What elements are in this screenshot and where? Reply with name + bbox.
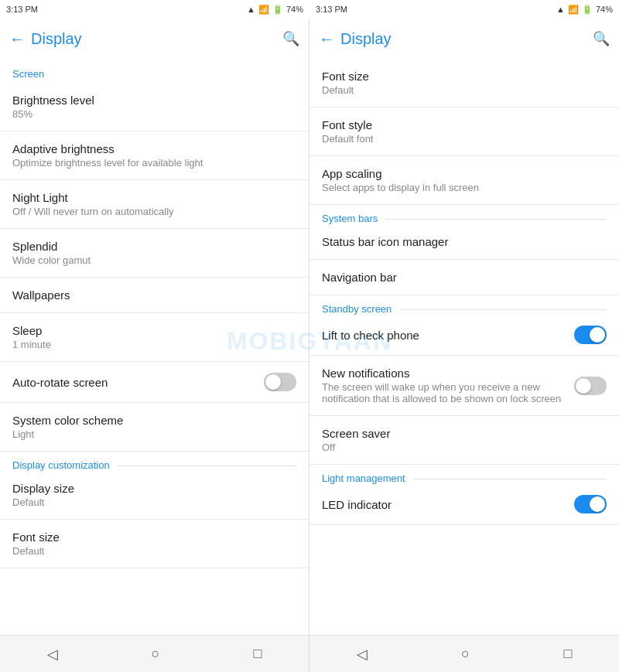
- battery-icon-r: 🔋: [582, 5, 593, 15]
- page-title-left: Display: [31, 30, 282, 48]
- setting-sleep[interactable]: Sleep 1 minute: [0, 313, 309, 362]
- status-bar: 3:13 PM ▲ 📶 🔋 74% 3:13 PM ▲ 📶 🔋 74%: [0, 0, 619, 19]
- panel-left: ← Display 🔍 Screen Brightness level 85% …: [0, 19, 310, 635]
- setting-wallpapers[interactable]: Wallpapers: [0, 278, 309, 313]
- setting-lift-to-check[interactable]: Lift to check phone: [310, 315, 619, 356]
- nav-bar: ◁ ○ □ ◁ ○ □: [0, 635, 619, 672]
- section-header-standby-screen: Standby screen: [310, 295, 619, 315]
- back-nav-right[interactable]: ◁: [357, 646, 368, 663]
- top-bar-right: ← Display 🔍: [310, 19, 619, 59]
- panel-right: ← Display 🔍 Font size Default Font style…: [310, 19, 619, 635]
- battery-left: ▲ 📶 🔋 74%: [247, 5, 303, 15]
- setting-new-notifications[interactable]: New notifications The screen will wake u…: [310, 356, 619, 416]
- setting-night-light[interactable]: Night Light Off / Will never turn on aut…: [0, 180, 309, 229]
- battery-right: ▲ 📶 🔋 74%: [556, 5, 613, 15]
- settings-list-right: Font size Default Font style Default fon…: [310, 59, 619, 635]
- status-bar-left: 3:13 PM ▲ 📶 🔋 74%: [0, 0, 310, 19]
- back-nav-left[interactable]: ◁: [47, 646, 58, 663]
- setting-font-size-right[interactable]: Font size Default: [310, 59, 619, 107]
- setting-font-style[interactable]: Font style Default font: [310, 107, 619, 156]
- setting-display-size[interactable]: Display size Default: [0, 471, 309, 520]
- setting-auto-rotate[interactable]: Auto-rotate screen: [0, 362, 309, 403]
- top-bar-left: ← Display 🔍: [0, 19, 309, 59]
- back-button-right[interactable]: ←: [319, 30, 334, 48]
- panels-wrapper: MOBIGYAAN ← Display 🔍 Screen Brightness …: [0, 19, 619, 635]
- recent-nav-right[interactable]: □: [563, 646, 572, 662]
- nav-bar-left: ◁ ○ □: [0, 636, 310, 672]
- back-button-left[interactable]: ←: [9, 30, 25, 48]
- panels: ← Display 🔍 Screen Brightness level 85% …: [0, 19, 619, 635]
- time-right: 3:13 PM: [316, 5, 347, 14]
- status-bar-right: 3:13 PM ▲ 📶 🔋 74%: [310, 0, 619, 19]
- setting-navigation-bar[interactable]: Navigation bar: [310, 260, 619, 295]
- nav-bar-right: ◁ ○ □: [310, 636, 619, 672]
- search-button-right[interactable]: 🔍: [593, 30, 610, 47]
- battery-icon: 🔋: [272, 5, 283, 15]
- toggle-new-notifications[interactable]: [574, 377, 607, 395]
- setting-adaptive-brightness[interactable]: Adaptive brightness Optimize brightness …: [0, 131, 309, 180]
- toggle-auto-rotate[interactable]: [264, 373, 296, 391]
- recent-nav-left[interactable]: □: [254, 646, 262, 662]
- section-header-light-management: Light management: [310, 465, 619, 484]
- section-header-display-customization: Display customization: [0, 452, 309, 471]
- search-button-left[interactable]: 🔍: [282, 30, 299, 47]
- wifi-icon: 📶: [258, 5, 269, 15]
- setting-app-scaling[interactable]: App scaling Select apps to display in fu…: [310, 156, 619, 205]
- setting-color-scheme[interactable]: System color scheme Light: [0, 403, 309, 452]
- setting-brightness-level[interactable]: Brightness level 85%: [0, 83, 309, 131]
- toggle-led-indicator[interactable]: [574, 495, 607, 513]
- home-nav-right[interactable]: ○: [461, 646, 470, 662]
- signal-icon-r: ▲: [556, 5, 565, 14]
- setting-splendid[interactable]: Splendid Wide color gamut: [0, 229, 309, 278]
- signal-icon: ▲: [247, 5, 255, 14]
- setting-status-bar-icon-manager[interactable]: Status bar icon manager: [310, 224, 619, 260]
- setting-font-size-left[interactable]: Font size Default: [0, 520, 309, 568]
- page-title-right: Display: [340, 30, 593, 48]
- setting-screen-saver[interactable]: Screen saver Off: [310, 416, 619, 465]
- section-header-screen: Screen: [0, 59, 309, 83]
- settings-list-left: Screen Brightness level 85% Adaptive bri…: [0, 59, 309, 635]
- section-header-system-bars: System bars: [310, 205, 619, 224]
- setting-led-indicator[interactable]: LED indicator: [310, 484, 619, 525]
- time-left: 3:13 PM: [6, 5, 38, 14]
- home-nav-left[interactable]: ○: [152, 646, 160, 662]
- toggle-lift-to-check[interactable]: [574, 326, 607, 344]
- wifi-icon-r: 📶: [568, 5, 579, 15]
